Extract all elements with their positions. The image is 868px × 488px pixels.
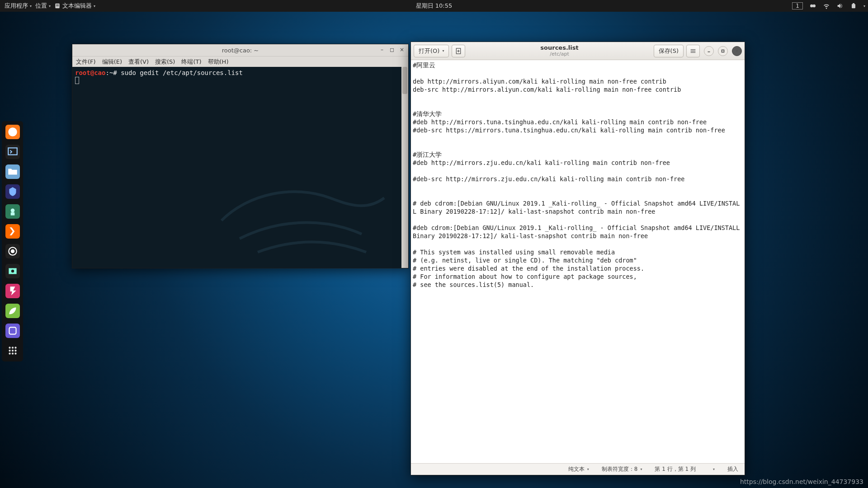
gedit-icon: [54, 3, 61, 9]
menu-places[interactable]: 位置▾: [33, 2, 52, 10]
gedit-statusbar: 纯文本▾ 制表符宽度：8▾ 第 1 行，第 1 列▾ 插入: [411, 463, 745, 475]
gedit-minimize-button[interactable]: [704, 46, 714, 56]
prompt-user: root@cao: [75, 69, 105, 76]
dock-atom[interactable]: [5, 324, 20, 338]
gedit-maximize-button[interactable]: [718, 46, 728, 56]
clock[interactable]: 星期日 10:55: [416, 2, 453, 10]
gedit-content: #阿里云 deb http://mirrors.aliyun.com/kali …: [411, 60, 745, 290]
svg-point-14: [11, 270, 14, 273]
new-document-icon: [455, 47, 462, 55]
open-button[interactable]: 打开(O)▾: [414, 45, 449, 57]
dock-activities[interactable]: [5, 343, 20, 358]
dock-obs[interactable]: [5, 244, 20, 258]
dock-faraday[interactable]: [5, 284, 20, 298]
top-panel: 应用程序▾ 位置▾ 文本编辑器▾ 星期日 10:55 1 ▾: [0, 0, 868, 12]
hamburger-icon: [689, 47, 697, 55]
svg-point-4: [812, 5, 816, 8]
dock-leaf[interactable]: [5, 304, 20, 318]
menu-applications[interactable]: 应用程序▾: [3, 2, 33, 10]
terminal-window: root@cao: ~ – ◻ × 文件(F) 编辑(E) 查看(V) 搜索(S…: [72, 44, 409, 268]
svg-point-18: [14, 347, 16, 348]
dock-terminal[interactable]: [5, 145, 20, 159]
menu-edit[interactable]: 编辑(E): [102, 58, 122, 66]
svg-point-9: [10, 209, 14, 213]
wifi-icon[interactable]: [823, 2, 830, 9]
menu-terminal[interactable]: 终端(T): [181, 58, 201, 66]
record-icon[interactable]: [809, 2, 816, 9]
terminal-title: root@cao: ~: [222, 47, 259, 54]
svg-rect-15: [9, 327, 16, 334]
tabwidth-selector[interactable]: 制表符宽度：8▾: [602, 465, 642, 473]
gedit-text-area[interactable]: #阿里云 deb http://mirrors.aliyun.com/kali …: [411, 60, 745, 463]
svg-point-17: [11, 347, 13, 348]
terminal-scrollbar[interactable]: [401, 67, 408, 268]
svg-point-22: [9, 352, 10, 354]
svg-point-7: [8, 127, 17, 136]
terminal-cursor: [75, 77, 79, 84]
dock-firefox[interactable]: [5, 125, 20, 139]
kali-dragon-watermark: [208, 148, 398, 266]
svg-point-21: [14, 350, 16, 352]
dock-files[interactable]: [5, 164, 20, 179]
terminal-menubar: 文件(F) 编辑(E) 查看(V) 搜索(S) 终端(T) 帮助(H): [72, 56, 408, 67]
minimize-button[interactable]: –: [377, 46, 387, 54]
active-app-indicator[interactable]: 文本编辑器▾: [52, 2, 97, 10]
dock-recorder[interactable]: [5, 264, 20, 278]
menu-search[interactable]: 搜索(S): [155, 58, 175, 66]
gedit-headerbar: 打开(O)▾ sources.list /etc/apt 保存(S): [411, 42, 745, 60]
dock-burpsuite[interactable]: [5, 224, 20, 239]
gedit-close-button[interactable]: [732, 46, 742, 56]
cursor-position[interactable]: 第 1 行，第 1 列▾: [655, 465, 715, 473]
dock-metasploit[interactable]: [5, 184, 20, 199]
volume-icon[interactable]: [836, 2, 844, 9]
svg-rect-1: [56, 5, 59, 5]
svg-point-20: [11, 350, 13, 352]
svg-point-12: [11, 250, 14, 253]
menu-view[interactable]: 查看(V): [128, 58, 149, 66]
syntax-selector[interactable]: 纯文本▾: [568, 465, 589, 473]
svg-rect-5: [852, 4, 855, 8]
menu-file[interactable]: 文件(F): [76, 58, 96, 66]
close-button[interactable]: ×: [397, 46, 406, 54]
terminal-titlebar[interactable]: root@cao: ~ – ◻ ×: [72, 44, 408, 56]
svg-rect-10: [10, 212, 14, 216]
battery-icon[interactable]: [850, 2, 857, 9]
terminal-command: sudo gedit /etc/apt/sources.list: [117, 69, 243, 76]
svg-point-23: [11, 352, 13, 354]
svg-point-24: [14, 352, 16, 354]
insert-mode: 插入: [727, 465, 738, 473]
svg-point-16: [9, 347, 10, 348]
gedit-filename: sources.list: [468, 45, 651, 51]
new-tab-button[interactable]: [452, 45, 465, 57]
dock: [2, 121, 23, 361]
svg-rect-2: [56, 5, 59, 6]
menu-help[interactable]: 帮助(H): [208, 58, 229, 66]
svg-rect-26: [722, 50, 724, 52]
watermark: https://blog.csdn.net/weixin_44737933: [740, 478, 863, 485]
workspace-indicator[interactable]: 1: [792, 2, 803, 9]
svg-point-19: [9, 350, 10, 352]
maximize-button[interactable]: ◻: [387, 46, 396, 54]
svg-rect-6: [853, 3, 854, 4]
gedit-window: 打开(O)▾ sources.list /etc/apt 保存(S) #阿里云 …: [410, 42, 745, 475]
terminal-body[interactable]: root@cao:~# sudo gedit /etc/apt/sources.…: [72, 67, 408, 268]
dock-app-green[interactable]: [5, 204, 20, 219]
system-menu-chevron[interactable]: ▾: [863, 4, 865, 8]
hamburger-menu-button[interactable]: [686, 45, 700, 57]
svg-rect-8: [8, 148, 17, 155]
save-button[interactable]: 保存(S): [654, 45, 684, 57]
gedit-filepath: /etc/apt: [468, 52, 651, 57]
